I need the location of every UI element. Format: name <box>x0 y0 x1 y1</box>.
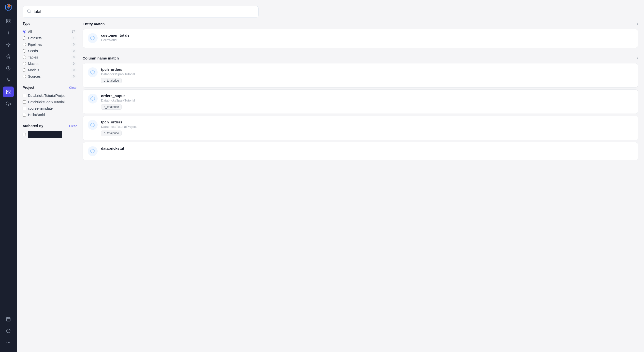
project-checkbox-helloworld[interactable] <box>22 113 26 116</box>
type-count-pipelines: 0 <box>71 42 77 46</box>
entity-match-project-0: HelloWorld <box>101 38 633 42</box>
entity-match-card-customer-totals[interactable]: customer_totals HelloWorld <box>82 29 638 48</box>
svg-point-33 <box>27 10 30 12</box>
svg-rect-20 <box>9 90 10 92</box>
svg-point-30 <box>7 342 7 343</box>
content-area: Type All 17 Datasets 1 Pipelines 0 <box>17 22 644 352</box>
type-count-datasets: 1 <box>71 36 77 40</box>
svg-rect-5 <box>7 22 8 23</box>
column-match-info-0: tpch_orders DatabricksSparkTutorial o_to… <box>101 67 633 83</box>
type-radio-models[interactable] <box>22 68 26 72</box>
project-filter-title: Project <box>22 86 34 90</box>
svg-rect-22 <box>9 93 10 94</box>
entity-match-title: Entity match <box>82 22 105 26</box>
project-checkbox-course-template[interactable] <box>22 107 26 110</box>
column-match-icon-0 <box>88 67 98 77</box>
search-input[interactable] <box>34 10 254 14</box>
column-match-tag-0-0: o_totalprice <box>101 78 122 83</box>
help-nav-icon[interactable] <box>3 326 14 336</box>
type-radio-all[interactable] <box>22 30 26 34</box>
type-label-seeds: Seeds <box>28 49 69 53</box>
type-radio-tables[interactable] <box>22 56 26 59</box>
type-filter-tables[interactable]: Tables 0 <box>22 54 77 60</box>
entity-match-info-0: customer_totals HelloWorld <box>101 33 633 44</box>
project-label-helloworld: HelloWorld <box>28 113 45 117</box>
type-filter-header: Type <box>22 22 77 26</box>
authored-by-value <box>28 131 62 138</box>
column-match-icon-2 <box>88 120 98 130</box>
type-radio-macros[interactable] <box>22 62 26 66</box>
tags-nav-icon[interactable] <box>3 51 14 62</box>
project-filter-databricks-tutorial[interactable]: DatabricksTutorialProject <box>22 92 77 99</box>
svg-rect-21 <box>7 92 8 94</box>
type-filter-models[interactable]: Models 0 <box>22 67 77 73</box>
type-filter-all[interactable]: All 17 <box>22 28 77 35</box>
type-filter-macros[interactable]: Macros 0 <box>22 60 77 67</box>
project-filter-section: Project Clear DatabricksTutorialProject … <box>22 86 77 118</box>
column-match-section: Column name match › tpch_orders Databric… <box>82 56 638 162</box>
svg-point-12 <box>8 46 8 46</box>
column-match-icon-3 <box>88 146 98 156</box>
type-filter-title: Type <box>22 22 30 26</box>
project-clear-button[interactable]: Clear <box>69 86 77 90</box>
project-checkbox-databricks-tutorial[interactable] <box>22 94 26 97</box>
svg-rect-19 <box>7 90 8 91</box>
svg-marker-38 <box>91 123 95 127</box>
type-label-models: Models <box>28 68 69 72</box>
type-radio-sources[interactable] <box>22 75 26 78</box>
type-label-macros: Macros <box>28 62 69 66</box>
column-match-name-0: tpch_orders <box>101 67 633 72</box>
column-match-tag-2-0: o_totalprice <box>101 130 122 136</box>
search-bar <box>22 6 258 18</box>
project-filter-databricks-spark[interactable]: DatabricksSparkTutorial <box>22 99 77 105</box>
type-filter-pipelines[interactable]: Pipelines 0 <box>22 41 77 48</box>
calendar-nav-icon[interactable] <box>3 314 14 324</box>
download-nav-icon[interactable] <box>3 98 14 109</box>
add-nav-icon[interactable] <box>3 28 14 38</box>
history-nav-icon[interactable] <box>3 63 14 74</box>
authored-by-clear-button[interactable]: Clear <box>69 124 77 128</box>
search-area <box>17 0 644 22</box>
svg-point-9 <box>7 44 7 45</box>
type-radio-seeds[interactable] <box>22 49 26 52</box>
svg-marker-35 <box>91 36 95 40</box>
project-label-databricks-tutorial: DatabricksTutorialProject <box>28 94 66 98</box>
projects-nav-icon[interactable] <box>3 16 14 26</box>
column-match-name-3: databrickstut <box>101 146 633 150</box>
type-count-all: 17 <box>70 30 77 34</box>
project-filter-course-template[interactable]: course-template <box>22 105 77 112</box>
column-match-card-1[interactable]: orders_ouput DatabricksSparkTutorial o_t… <box>82 90 638 114</box>
column-match-project-1: DatabricksSparkTutorial <box>101 98 633 102</box>
more-nav-icon[interactable] <box>3 337 14 348</box>
svg-marker-37 <box>91 96 95 101</box>
svg-marker-17 <box>6 54 10 58</box>
entity-match-section: Entity match › customer_totals HelloWorl… <box>82 22 638 50</box>
type-filter-datasets[interactable]: Datasets 1 <box>22 35 77 41</box>
authored-by-checkbox[interactable] <box>22 133 26 136</box>
type-radio-datasets[interactable] <box>22 36 26 40</box>
column-match-info-3: databrickstut <box>101 146 633 151</box>
filters-panel: Type All 17 Datasets 1 Pipelines 0 <box>22 22 77 346</box>
column-match-card-0[interactable]: tpch_orders DatabricksSparkTutorial o_to… <box>82 63 638 88</box>
project-label-course-template: course-template <box>28 106 52 110</box>
explore-nav-icon[interactable] <box>3 86 14 97</box>
monitor-nav-icon[interactable] <box>3 75 14 86</box>
project-checkbox-databricks-spark[interactable] <box>22 100 26 104</box>
type-count-macros: 0 <box>71 62 77 66</box>
authored-by-filter-section: Authored By Clear <box>22 124 77 138</box>
svg-marker-36 <box>91 70 95 74</box>
svg-point-32 <box>9 342 10 343</box>
lineage-nav-icon[interactable] <box>3 39 14 50</box>
svg-marker-39 <box>91 149 95 154</box>
svg-line-34 <box>30 12 30 13</box>
type-filter-sources[interactable]: Sources 0 <box>22 73 77 80</box>
column-match-card-3[interactable]: databrickstut <box>82 142 638 160</box>
type-radio-pipelines[interactable] <box>22 43 26 46</box>
column-match-card-2[interactable]: tpch_orders DatabricksTutorialProject o_… <box>82 116 638 140</box>
column-match-more-icon[interactable]: › <box>637 56 638 60</box>
type-filter-seeds[interactable]: Seeds 0 <box>22 48 77 54</box>
project-filter-helloworld[interactable]: HelloWorld <box>22 112 77 118</box>
entity-match-icon-0 <box>88 33 98 43</box>
column-match-tag-1-0: o_totalprice <box>101 104 122 110</box>
entity-match-more-icon[interactable]: › <box>637 22 638 26</box>
